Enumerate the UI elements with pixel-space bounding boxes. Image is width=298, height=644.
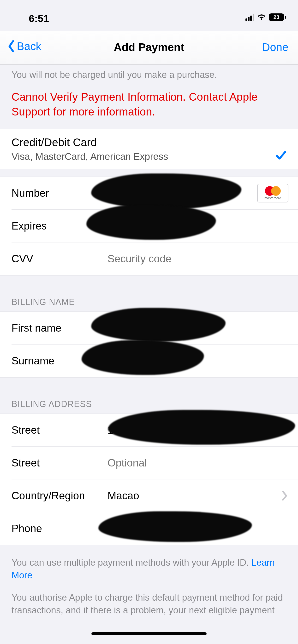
payment-method-subtitle: Visa, MasterCard, American Express bbox=[12, 151, 286, 162]
charge-info-text: You will not be charged until you make a… bbox=[0, 65, 298, 84]
billing-name-group: First name Surname bbox=[0, 312, 298, 378]
cellular-icon bbox=[245, 14, 254, 21]
card-expires-row[interactable]: Expires bbox=[0, 210, 298, 242]
page-title: Add Payment bbox=[0, 41, 298, 54]
billing-address-group: Street Street Country/Region Macao Phone… bbox=[0, 414, 298, 545]
first-name-row[interactable]: First name bbox=[0, 312, 298, 344]
billing-address-header: BILLING ADDRESS bbox=[0, 378, 298, 414]
mastercard-label: mastercard bbox=[264, 196, 281, 200]
payment-method-row[interactable]: Credit/Debit Card Visa, MasterCard, Amer… bbox=[0, 129, 298, 169]
battery-icon: 23 bbox=[269, 14, 286, 21]
footer-multi-text: You can use multiple payment methods wit… bbox=[12, 558, 251, 568]
payment-method-title: Credit/Debit Card bbox=[12, 136, 286, 149]
street2-label: Street bbox=[12, 457, 107, 469]
chevron-right-icon bbox=[281, 490, 288, 501]
status-bar: 6:51 23 bbox=[0, 0, 298, 31]
street-label: Street bbox=[12, 424, 107, 436]
card-details-group: Number mastercard Expires CVV bbox=[0, 176, 298, 276]
billing-name-header: BILLING NAME bbox=[0, 276, 298, 312]
checkmark-icon bbox=[275, 150, 286, 162]
mastercard-icon bbox=[265, 186, 281, 196]
street2-row[interactable]: Street bbox=[0, 446, 298, 480]
country-row[interactable]: Country/Region Macao bbox=[0, 480, 298, 512]
card-cvv-label: CVV bbox=[12, 253, 107, 265]
home-indicator[interactable] bbox=[91, 632, 207, 636]
phone-row[interactable]: Phone 00... bbox=[0, 512, 298, 545]
status-icons: 23 bbox=[245, 14, 286, 21]
country-label: Country/Region bbox=[12, 490, 107, 502]
error-message: Cannot Verify Payment Information. Conta… bbox=[0, 84, 298, 129]
card-cvv-input[interactable] bbox=[107, 253, 286, 265]
street-row[interactable]: Street bbox=[0, 414, 298, 446]
phone-label: Phone bbox=[12, 522, 107, 534]
surname-row[interactable]: Surname bbox=[0, 344, 298, 377]
done-button[interactable]: Done bbox=[262, 41, 288, 54]
footer-multi-payment: You can use multiple payment methods wit… bbox=[0, 545, 298, 582]
battery-level: 23 bbox=[269, 14, 284, 21]
footer-authorise-text: You authorise Apple to charge this defau… bbox=[0, 582, 298, 617]
street2-input[interactable] bbox=[107, 457, 286, 469]
status-time: 6:51 bbox=[29, 13, 49, 24]
nav-bar: Back Add Payment Done bbox=[0, 31, 298, 65]
country-value: Macao bbox=[107, 490, 286, 502]
card-cvv-row[interactable]: CVV bbox=[0, 242, 298, 275]
card-brand-badge: mastercard bbox=[257, 184, 288, 202]
wifi-icon bbox=[257, 14, 266, 21]
